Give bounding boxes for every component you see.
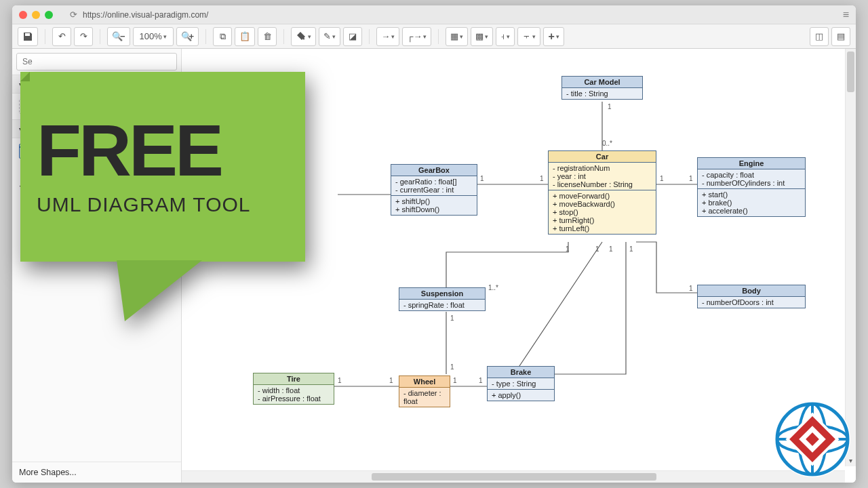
window-controls [19, 11, 53, 19]
zoom-level-label: 100% [139, 31, 161, 41]
delete-button[interactable]: 🗑 [258, 27, 277, 46]
sidebar-section-label: Cla [26, 124, 39, 134]
hamburger-menu-icon[interactable]: ≡ [843, 9, 849, 21]
class-name: Car [549, 151, 656, 163]
connectors [182, 49, 856, 483]
shape-rectangle[interactable] [19, 99, 174, 114]
dashed-rect-icon [19, 99, 42, 114]
class-gearbox[interactable]: GearBox - gearRatio : float[] - currentG… [391, 164, 477, 216]
sidebar-section-class[interactable]: ▾ Cla [12, 119, 181, 138]
add-button[interactable]: +▾ [543, 27, 564, 46]
class-icon [19, 144, 30, 159]
shape-association[interactable]: --› [19, 165, 174, 175]
fill-color-button[interactable]: ▾ [291, 27, 316, 46]
class-name: Body [698, 285, 805, 297]
class-wheel[interactable]: Wheel - diameter : float [399, 375, 450, 407]
connector-style-button[interactable]: →▾ [376, 27, 399, 46]
horizontal-scrollbar[interactable] [182, 470, 845, 483]
class-name: GearBox [391, 165, 477, 176]
address-bar[interactable]: ⟳ https://online.visual-paradigm.com/ [70, 9, 838, 20]
line-color-button[interactable]: ✎▾ [319, 27, 340, 46]
multiplicity: 1..* [488, 284, 498, 291]
zoom-in-button[interactable]: 🔍+ [176, 27, 199, 46]
titlebar: ⟳ https://online.visual-paradigm.com/ ≡ [12, 5, 856, 24]
undo-button[interactable]: ↶ [52, 27, 71, 46]
format-panel-toggle[interactable]: ◫ [810, 27, 829, 46]
reload-icon[interactable]: ⟳ [70, 9, 77, 20]
class-ops: + shiftUp() + shiftDown() [391, 196, 477, 215]
chevron-down-icon: ▾ [163, 33, 167, 40]
redo-button[interactable]: ↷ [74, 27, 93, 46]
panel-right-icon: ◫ [815, 31, 823, 41]
chevron-down-icon: ▾ [19, 125, 22, 133]
class-name: Brake [488, 367, 554, 378]
align-button[interactable]: ⫞▾ [496, 27, 515, 46]
to-back-button[interactable]: ▩▾ [471, 27, 493, 46]
multiplicity: 1 [660, 175, 664, 182]
maximize-icon[interactable] [45, 11, 53, 19]
distribute-button[interactable]: ⫟▾ [517, 27, 540, 46]
minimize-icon[interactable] [32, 11, 40, 19]
multiplicity: 1 [389, 377, 393, 384]
shadow-button[interactable]: ◪ [343, 27, 362, 46]
class-op: + apply() [488, 390, 554, 401]
multiplicity: 1 [629, 245, 633, 253]
braces-icon: { } [19, 182, 34, 191]
save-button[interactable] [18, 27, 38, 46]
to-back-icon: ▩ [475, 31, 484, 41]
zoom-level-dropdown[interactable]: 100%▾ [133, 27, 174, 46]
svg-line-3 [514, 242, 602, 374]
toolbar: ↶ ↷ 🔍− 100%▾ 🔍+ ⧉ 📋 🗑 ▾ ✎▾ ◪ →▾ ┌→▾ ▦▾ ▩… [12, 24, 856, 49]
arrow-icon: → [381, 31, 390, 41]
floppy-icon [22, 31, 33, 42]
class-carmodel[interactable]: Car Model - title : String [561, 76, 643, 100]
class-suspension[interactable]: Suspension - springRate : float [399, 287, 486, 311]
panel-layout-icon: ▤ [837, 31, 845, 41]
outline-panel-toggle[interactable]: ▤ [831, 27, 850, 46]
class-name: Tire [254, 373, 334, 385]
to-front-button[interactable]: ▦▾ [446, 27, 468, 46]
multiplicity: 0..* [602, 140, 612, 147]
class-tire[interactable]: Tire - width : float - airPressure : flo… [253, 373, 334, 405]
class-car[interactable]: Car - registrationNum - year : int - lic… [548, 150, 656, 235]
redo-icon: ↷ [80, 31, 87, 41]
diagram-canvas[interactable]: 1 0..* 1 1 1 1 1..* 1 1 1 1 1 1 1 1 1 1 … [182, 49, 856, 483]
more-shapes-button[interactable]: More Shapes... [12, 462, 181, 483]
undo-icon: ↶ [58, 31, 66, 41]
shape-class[interactable] [19, 144, 174, 159]
multiplicity: 1 [609, 245, 613, 253]
class-brake[interactable]: Brake - type : String + apply() [487, 366, 555, 401]
class-attr: - springRate : float [399, 300, 485, 310]
scrollbar-thumb[interactable] [847, 52, 854, 92]
waypoint-icon: ┌→ [407, 31, 422, 41]
search-input[interactable] [16, 53, 177, 70]
pencil-icon: ✎ [323, 31, 331, 41]
paste-icon: 📋 [239, 31, 250, 41]
copy-button[interactable]: ⧉ [213, 27, 232, 46]
multiplicity: 1 [566, 245, 570, 253]
url-text: https://online.visual-paradigm.com/ [83, 10, 208, 20]
plus-icon: + [548, 30, 554, 43]
zoom-out-button[interactable]: 🔍− [107, 27, 130, 46]
shape-interface[interactable]: { } [19, 182, 174, 191]
sidebar: ▾ Sc ▾ Cla --› { } More Shapes... [12, 49, 182, 483]
multiplicity: 1 [480, 175, 484, 182]
multiplicity: 1 [689, 285, 693, 292]
sidebar-section-scratchpad[interactable]: ▾ Sc [12, 75, 181, 94]
class-attr: - type : String [488, 378, 554, 390]
paint-bucket-icon [296, 31, 307, 42]
distribute-icon: ⫟ [522, 31, 531, 41]
class-engine[interactable]: Engine - capacity : float - numberOfCyli… [697, 157, 806, 217]
close-icon[interactable] [19, 11, 27, 19]
paste-button[interactable]: 📋 [235, 27, 255, 46]
class-attr: - title : String [562, 88, 642, 99]
multiplicity: 1 [479, 377, 483, 384]
scrollbar-thumb[interactable] [372, 473, 656, 481]
zoom-controls: 🔍− 100%▾ 🔍+ [107, 27, 199, 46]
class-body[interactable]: Body - numberOfDoors : int [697, 285, 806, 308]
trash-icon: 🗑 [263, 31, 272, 41]
shadow-icon: ◪ [349, 31, 357, 41]
class-name: Engine [698, 158, 805, 169]
waypoint-style-button[interactable]: ┌→▾ [402, 27, 431, 46]
content-area: ▾ Sc ▾ Cla --› { } More Shapes... [12, 49, 856, 483]
